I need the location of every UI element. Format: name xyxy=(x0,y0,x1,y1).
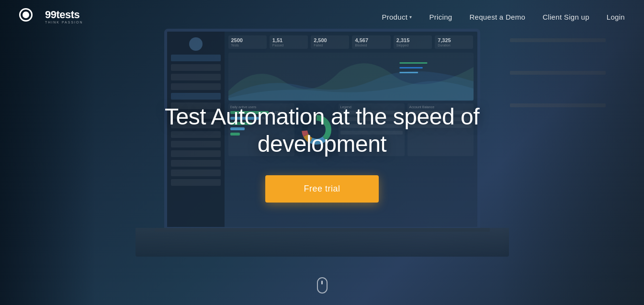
left-overlay xyxy=(0,0,96,305)
free-trial-button[interactable]: Free trial xyxy=(265,175,378,203)
scroll-mouse-icon xyxy=(317,277,328,294)
logo[interactable]: 99tests THINK PASSION xyxy=(19,7,83,26)
hero-title: Test Automation at the speed of developm… xyxy=(107,102,538,158)
navbar: 99tests THINK PASSION Product ▾ Pricing … xyxy=(0,0,644,34)
nav-links: Product ▾ Pricing Request a Demo Client … xyxy=(382,13,625,21)
nav-signup[interactable]: Client Sign up xyxy=(542,13,589,21)
nav-pricing[interactable]: Pricing xyxy=(429,13,452,21)
nav-login[interactable]: Login xyxy=(607,13,625,21)
scroll-dot xyxy=(321,281,323,284)
dropdown-arrow-icon: ▾ xyxy=(409,14,412,20)
svg-rect-0 xyxy=(399,62,427,64)
hero-section: 2500Tests 1,51Passed 2,500Failed 4,567Bl… xyxy=(0,0,644,305)
laptop-base xyxy=(136,228,509,257)
nav-demo[interactable]: Request a Demo xyxy=(469,13,525,21)
logo-icon xyxy=(19,7,42,26)
logo-text: 99tests xyxy=(45,10,83,20)
svg-rect-2 xyxy=(399,72,418,73)
svg-rect-1 xyxy=(399,67,422,68)
scroll-indicator xyxy=(317,277,328,294)
nav-product[interactable]: Product ▾ xyxy=(382,13,412,21)
hero-content: Test Automation at the speed of developm… xyxy=(107,102,538,202)
logo-tagline: THINK PASSION xyxy=(45,21,83,24)
